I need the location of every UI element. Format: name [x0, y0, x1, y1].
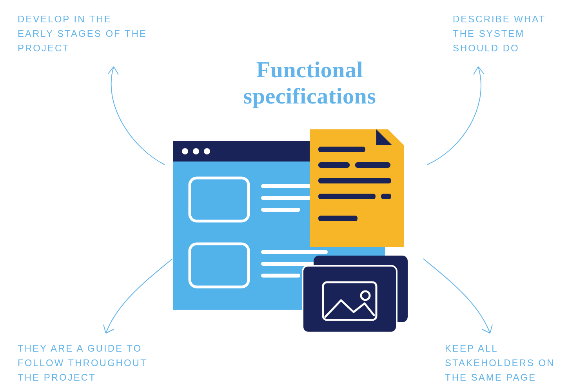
svg-rect-8 — [261, 208, 300, 212]
callout-bottom-left: THEY ARE A GUIDE TO FOLLOW THROUGHOUT TH… — [18, 341, 167, 385]
center-illustration — [169, 129, 412, 333]
callout-bottom-right: KEEP ALL STAKEHOLDERS ON THE SAME PAGE — [445, 341, 570, 385]
title-line-1: Functional — [256, 57, 363, 82]
callout-top-left: DEVELOP IN THE EARLY STAGES OF THE PROJE… — [18, 12, 147, 56]
diagram-title: Functional specifications — [192, 57, 427, 109]
svg-rect-21 — [303, 266, 397, 332]
svg-rect-12 — [261, 274, 300, 278]
arrow-bottom-left — [86, 255, 180, 341]
image-cards-icon — [303, 256, 408, 332]
callout-top-right: DESCRIBE WHAT THE SYSTEM SHOULD DO — [453, 12, 570, 56]
svg-rect-10 — [261, 250, 328, 254]
illustration-svg — [169, 129, 412, 333]
svg-rect-17 — [318, 194, 376, 199]
svg-rect-16 — [318, 178, 391, 183]
arrow-top-right — [419, 59, 537, 169]
svg-rect-15 — [355, 162, 390, 168]
svg-point-3 — [193, 148, 199, 154]
arrow-top-left — [55, 59, 172, 169]
svg-point-4 — [204, 148, 210, 154]
arrow-bottom-right — [416, 255, 510, 341]
svg-rect-14 — [318, 162, 350, 168]
svg-rect-19 — [318, 216, 358, 221]
title-line-2: specifications — [243, 83, 376, 109]
document-icon — [310, 129, 404, 247]
svg-rect-18 — [381, 194, 391, 199]
svg-point-2 — [182, 148, 188, 154]
svg-rect-13 — [318, 147, 365, 152]
